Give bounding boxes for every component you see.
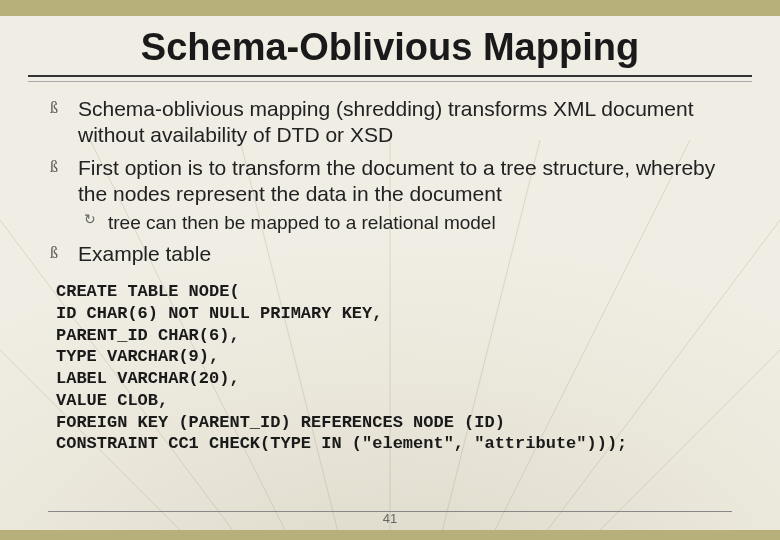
sub-bullet-text: tree can then be mapped to a relational …: [108, 212, 496, 233]
title-underline: [28, 75, 752, 77]
top-accent-bar: [0, 0, 780, 16]
page-number: 41: [0, 511, 780, 526]
sub-bullet-item: tree can then be mapped to a relational …: [78, 211, 732, 235]
bullet-text: First option is to transform the documen…: [78, 156, 715, 205]
title-underline-thin: [28, 81, 752, 82]
sub-bullet-list: tree can then be mapped to a relational …: [78, 211, 732, 235]
bottom-accent-bar: [0, 530, 780, 540]
bullet-item: Schema-oblivious mapping (shredding) tra…: [48, 96, 732, 149]
bullet-list: Schema-oblivious mapping (shredding) tra…: [48, 96, 732, 267]
sql-code-block: CREATE TABLE NODE( ID CHAR(6) NOT NULL P…: [56, 281, 732, 455]
bullet-item: Example table: [48, 241, 732, 267]
bullet-text: Example table: [78, 242, 211, 265]
slide-content: Schema-Oblivious Mapping Schema-obliviou…: [0, 0, 780, 455]
bullet-text: Schema-oblivious mapping (shredding) tra…: [78, 97, 694, 146]
slide-title: Schema-Oblivious Mapping: [48, 26, 732, 69]
bullet-item: First option is to transform the documen…: [48, 155, 732, 235]
